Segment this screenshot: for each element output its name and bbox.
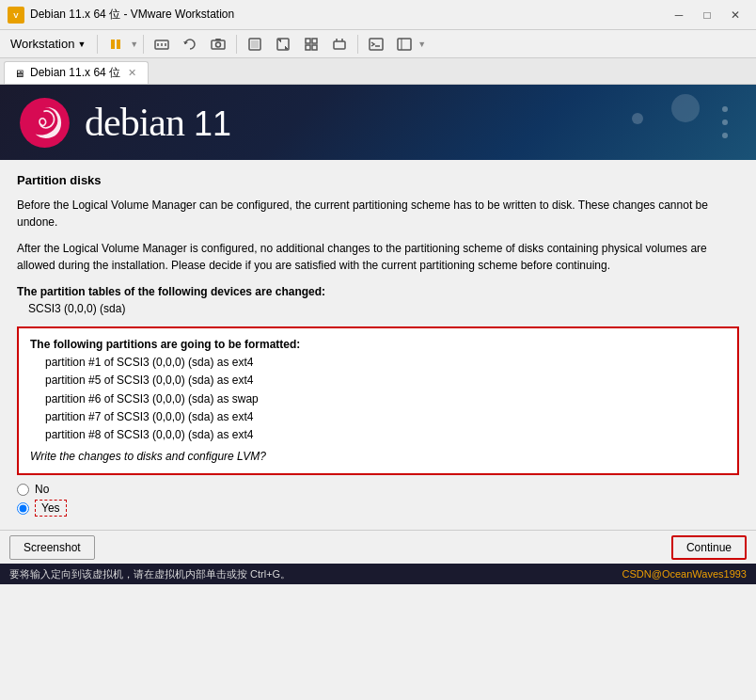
screenshot-button[interactable]: Screenshot — [9, 535, 95, 560]
debian-word: debian — [85, 100, 184, 145]
paragraph-2: After the Logical Volume Manager is conf… — [17, 240, 739, 274]
tab-close-button[interactable]: ✕ — [126, 66, 138, 80]
window-title: Debian 11.x 64 位 - VMware Workstation — [30, 7, 666, 23]
menu-arrow-icon: ▼ — [77, 40, 86, 49]
separator-4 — [357, 35, 358, 54]
separator-1 — [97, 35, 98, 54]
workstation-menu[interactable]: Workstation ▼ — [4, 34, 92, 54]
installer-body: Partition disks Before the Logical Volum… — [0, 160, 756, 530]
toolbar: Workstation ▼ ▼ ▼ — [0, 30, 756, 58]
no-option[interactable]: No — [17, 483, 739, 496]
view-button[interactable] — [391, 33, 417, 56]
send-ctrl-alt-del-button[interactable] — [149, 33, 175, 56]
partition-info-box: The following partitions are going to be… — [17, 326, 739, 475]
lvm-question: Write the changes to disks and configure… — [30, 448, 726, 466]
snapshot-button[interactable] — [205, 33, 231, 56]
app-icon: V — [8, 7, 24, 24]
yes-radio[interactable] — [17, 502, 29, 515]
debian-version: 11 — [194, 104, 231, 144]
svg-rect-3 — [117, 40, 120, 49]
revert-button[interactable] — [177, 33, 203, 56]
tab-bar: 🖥 Debian 11.x 64 位 ✕ — [0, 58, 756, 85]
fit-window-button[interactable] — [270, 33, 296, 56]
svg-rect-18 — [334, 41, 345, 49]
svg-point-9 — [216, 42, 221, 47]
status-bar: 要将输入定向到该虚拟机，请在虚拟机内部单击或按 Ctrl+G。 CSDN@Oce… — [0, 564, 756, 584]
no-radio[interactable] — [17, 484, 29, 496]
debian-banner: debian 11 — [0, 85, 756, 160]
partition-item-1: partition #1 of SCSI3 (0,0,0) (sda) as e… — [45, 354, 726, 372]
debian-logo — [19, 97, 71, 149]
title-bar: V Debian 11.x 64 位 - VMware Workstation … — [0, 0, 756, 30]
yes-label: Yes — [35, 500, 67, 517]
partition-item-2: partition #5 of SCSI3 (0,0,0) (sda) as e… — [45, 372, 726, 390]
svg-rect-12 — [251, 40, 259, 48]
svg-text:V: V — [13, 11, 19, 20]
pause-arrow-icon: ▼ — [130, 40, 138, 49]
full-screen-button[interactable] — [298, 33, 324, 56]
view-arrow-icon: ▼ — [417, 40, 426, 49]
section-title: Partition disks — [17, 173, 739, 187]
vm-tab[interactable]: 🖥 Debian 11.x 64 位 ✕ — [4, 61, 149, 84]
separator-2 — [143, 35, 144, 54]
yes-option[interactable]: Yes — [17, 500, 739, 517]
pause-button[interactable] — [102, 33, 129, 56]
box-title: The following partitions are going to be… — [30, 336, 726, 354]
svg-rect-14 — [306, 39, 310, 43]
svg-rect-15 — [312, 39, 317, 43]
workstation-label: Workstation — [10, 37, 74, 51]
paragraph-1: Before the Logical Volume Manager can be… — [17, 197, 739, 231]
bottom-bar: Screenshot Continue — [0, 530, 756, 564]
status-hint: 要将输入定向到该虚拟机，请在虚拟机内部单击或按 Ctrl+G。 — [9, 567, 291, 581]
minimize-button[interactable]: ─ — [666, 5, 692, 25]
svg-point-25 — [20, 98, 70, 148]
svg-rect-16 — [306, 45, 310, 50]
fit-guest-button[interactable] — [242, 33, 268, 56]
playback-controls: ▼ — [102, 33, 138, 56]
paragraph-3: The partition tables of the following de… — [17, 283, 739, 317]
svg-rect-2 — [111, 40, 115, 49]
close-button[interactable]: ✕ — [722, 5, 748, 25]
yes-no-options: No Yes — [17, 483, 739, 517]
partition-item-3: partition #6 of SCSI3 (0,0,0) (sda) as s… — [45, 390, 726, 408]
unity-button[interactable] — [326, 33, 353, 56]
no-label: No — [35, 483, 49, 496]
window-controls: ─ □ ✕ — [666, 5, 748, 25]
banner-decoration — [722, 85, 728, 160]
continue-button[interactable]: Continue — [671, 535, 747, 560]
debian-title: debian 11 — [85, 100, 231, 145]
separator-3 — [236, 35, 237, 54]
svg-rect-10 — [215, 39, 221, 40]
svg-rect-23 — [398, 39, 411, 50]
partition-item-4: partition #7 of SCSI3 (0,0,0) (sda) as e… — [45, 408, 726, 426]
vm-content-area: debian 11 Partition disks Before the Log… — [0, 85, 756, 564]
partition-list: partition #1 of SCSI3 (0,0,0) (sda) as e… — [30, 354, 726, 444]
vm-tab-label: Debian 11.x 64 位 — [30, 65, 120, 81]
maximize-button[interactable]: □ — [694, 5, 720, 25]
svg-rect-17 — [312, 45, 317, 50]
watermark: CSDN@OceanWaves1993 — [622, 568, 747, 580]
partition-item-5: partition #8 of SCSI3 (0,0,0) (sda) as e… — [45, 426, 726, 444]
svg-rect-21 — [370, 39, 383, 50]
console-button[interactable] — [363, 33, 389, 56]
para3-label: The partition tables of the following de… — [17, 285, 325, 298]
vm-tab-icon: 🖥 — [14, 68, 24, 79]
para3-value: SCSI3 (0,0,0) (sda) — [28, 302, 125, 315]
